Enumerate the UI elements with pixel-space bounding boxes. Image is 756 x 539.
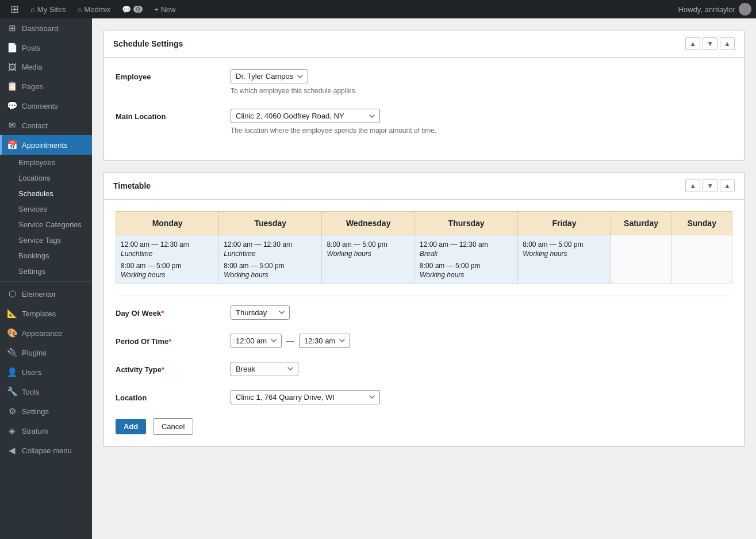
- timetable-collapse-btn[interactable]: ▲: [720, 179, 735, 192]
- sidebar-item-contact[interactable]: ✉ Contact: [0, 116, 92, 135]
- my-sites-label: My Sites: [37, 5, 66, 14]
- employee-control-wrap: Dr. Tyler Campos To which employee this …: [231, 69, 732, 95]
- sidebar-item-collapse[interactable]: ◀ Collapse menu: [0, 441, 92, 460]
- main-location-select[interactable]: Clinic 2, 4060 Godfrey Road, NY: [231, 109, 380, 123]
- schedule-settings-collapse-btn[interactable]: ▲: [720, 37, 735, 50]
- sidebar-item-posts[interactable]: 📄 Posts: [0, 38, 92, 58]
- form-divider: [116, 296, 732, 296]
- sidebar-item-pages[interactable]: 📋 Pages: [0, 77, 92, 96]
- comments-count: 0: [133, 6, 143, 13]
- required-star-period: *: [168, 337, 171, 346]
- adminbar-site-name[interactable]: ⌂ Medmix: [72, 0, 116, 18]
- avatar: [739, 3, 751, 16]
- timetable-table: Monday Tuesday Wednesday Thursday Friday…: [116, 211, 732, 284]
- menu-separator-1: [0, 281, 92, 282]
- day-of-week-label: Day Of Week*: [116, 305, 231, 318]
- tools-label: Tools: [22, 388, 39, 396]
- elementor-icon: ⬡: [7, 289, 17, 299]
- sidebar-item-dashboard[interactable]: ⊞ Dashboard: [0, 18, 92, 38]
- activity-type-label: Activity Type*: [116, 362, 231, 374]
- adminbar-comments[interactable]: 💬 0: [116, 0, 148, 18]
- col-wednesday: Wednesday: [322, 212, 415, 235]
- submenu-service-categories[interactable]: Service Categories: [0, 217, 92, 232]
- adminbar-new[interactable]: + New: [148, 0, 181, 18]
- schedule-settings-header: Schedule Settings ▲ ▼ ▲: [104, 30, 744, 58]
- schedule-settings-up-btn[interactable]: ▲: [685, 37, 700, 50]
- location-label: Location: [116, 390, 231, 402]
- dashboard-icon: ⊞: [7, 23, 17, 33]
- period-wrap: 12:00 am 12:30 am 1:00 am 8:00 am — 12:3…: [231, 334, 732, 348]
- settings-icon: ⚙: [7, 406, 17, 416]
- timetable-up-btn[interactable]: ▲: [685, 179, 700, 192]
- location-select[interactable]: Clinic 1, 764 Quarry Drive, WI Clinic 2,…: [231, 390, 380, 404]
- sidebar-item-settings[interactable]: ⚙ Settings: [0, 402, 92, 421]
- submenu-services[interactable]: Services: [0, 201, 92, 217]
- sidebar-item-stratum[interactable]: ◈ Stratum: [0, 421, 92, 441]
- period-of-time-control-wrap: 12:00 am 12:30 am 1:00 am 8:00 am — 12:3…: [231, 334, 732, 348]
- submenu-service-tags[interactable]: Service Tags: [0, 232, 92, 248]
- schedule-settings-body: Employee Dr. Tyler Campos To which emplo…: [104, 58, 744, 160]
- main-location-label: Main Location: [116, 109, 231, 121]
- employee-row: Employee Dr. Tyler Campos To which emplo…: [116, 69, 732, 95]
- timetable-controls: ▲ ▼ ▲: [685, 179, 735, 192]
- col-thursday: Thursday: [415, 212, 517, 235]
- submenu-settings[interactable]: Settings: [0, 263, 92, 279]
- plugins-label: Plugins: [22, 349, 47, 357]
- time-block: 8:00 am — 5:00 pm Working hours: [327, 240, 410, 258]
- day-of-week-select[interactable]: Monday Tuesday Wednesday Thursday Friday…: [231, 305, 290, 320]
- wp-logo-icon: ⊞: [10, 3, 19, 16]
- sidebar-item-comments[interactable]: 💬 Comments: [0, 96, 92, 116]
- sidebar-item-appointments[interactable]: 📅 Appointments: [0, 135, 92, 155]
- sidebar-item-plugins[interactable]: 🔌 Plugins: [0, 343, 92, 362]
- appearance-label: Appearance: [22, 329, 62, 338]
- posts-icon: 📄: [7, 43, 17, 53]
- cell-saturday: [611, 235, 671, 284]
- schedule-settings-down-btn[interactable]: ▼: [703, 37, 717, 50]
- schedule-settings-controls: ▲ ▼ ▲: [685, 37, 735, 50]
- location-control-wrap: Clinic 1, 764 Quarry Drive, WI Clinic 2,…: [231, 390, 732, 404]
- main-location-control-wrap: Clinic 2, 4060 Godfrey Road, NY The loca…: [231, 109, 732, 135]
- sidebar-item-appearance[interactable]: 🎨 Appearance: [0, 323, 92, 343]
- sidebar-item-tools[interactable]: 🔧 Tools: [0, 382, 92, 402]
- cancel-button[interactable]: Cancel: [153, 418, 193, 435]
- comment-bubble-icon: 💬: [122, 5, 131, 14]
- adminbar-wp-logo[interactable]: ⊞: [5, 0, 25, 18]
- timetable-section: Monday Tuesday Wednesday Thursday Friday…: [116, 211, 732, 284]
- period-of-time-label: Period Of Time*: [116, 334, 231, 346]
- appointments-icon: 📅: [7, 140, 17, 150]
- dashboard-label: Dashboard: [22, 24, 59, 33]
- timetable-down-btn[interactable]: ▼: [703, 179, 717, 192]
- plugins-icon: 🔌: [7, 347, 17, 358]
- period-of-time-row: Period Of Time* 12:00 am 12:30 am 1:00 a…: [116, 334, 732, 348]
- submenu-employees[interactable]: Employees: [0, 155, 92, 170]
- period-dash: —: [286, 336, 294, 345]
- employee-select[interactable]: Dr. Tyler Campos: [231, 69, 308, 83]
- timetable-body: Monday Tuesday Wednesday Thursday Friday…: [104, 200, 744, 446]
- period-start-select[interactable]: 12:00 am 12:30 am 1:00 am 8:00 am: [231, 334, 282, 348]
- sidebar-item-media[interactable]: 🖼 Media: [0, 58, 92, 77]
- comments-label: Comments: [22, 102, 58, 110]
- time-block: 12:00 am — 12:30 am Lunchtime: [121, 240, 214, 258]
- add-button[interactable]: Add: [116, 419, 146, 434]
- submenu-schedules[interactable]: Schedules: [0, 186, 92, 201]
- appointments-label: Appointments: [22, 141, 68, 150]
- day-of-week-control-wrap: Monday Tuesday Wednesday Thursday Friday…: [231, 305, 732, 320]
- employee-label: Employee: [116, 69, 231, 81]
- submenu-locations[interactable]: Locations: [0, 170, 92, 186]
- sidebar-item-templates[interactable]: 📐 Templates: [0, 304, 92, 323]
- collapse-icon: ◀: [7, 445, 17, 456]
- settings-label: Settings: [22, 407, 49, 416]
- templates-label: Templates: [22, 309, 56, 318]
- adminbar-my-sites[interactable]: ⌂ My Sites: [25, 0, 72, 18]
- timetable-title: Timetable: [113, 181, 685, 190]
- tools-icon: 🔧: [7, 387, 17, 397]
- sidebar-item-users[interactable]: 👤 Users: [0, 362, 92, 382]
- howdy-text: Howdy, anntaylor: [678, 5, 735, 14]
- submenu-bookings[interactable]: Bookings: [0, 248, 92, 263]
- sidebar-item-elementor[interactable]: ⬡ Elementor: [0, 284, 92, 304]
- time-block: 8:00 am — 5:00 pm Working hours: [121, 261, 214, 279]
- col-monday: Monday: [116, 212, 219, 235]
- activity-type-select[interactable]: Break Working hours Lunchtime: [231, 362, 298, 376]
- period-end-select[interactable]: 12:30 am 1:00 am 5:00 pm: [299, 334, 350, 348]
- col-tuesday: Tuesday: [219, 212, 322, 235]
